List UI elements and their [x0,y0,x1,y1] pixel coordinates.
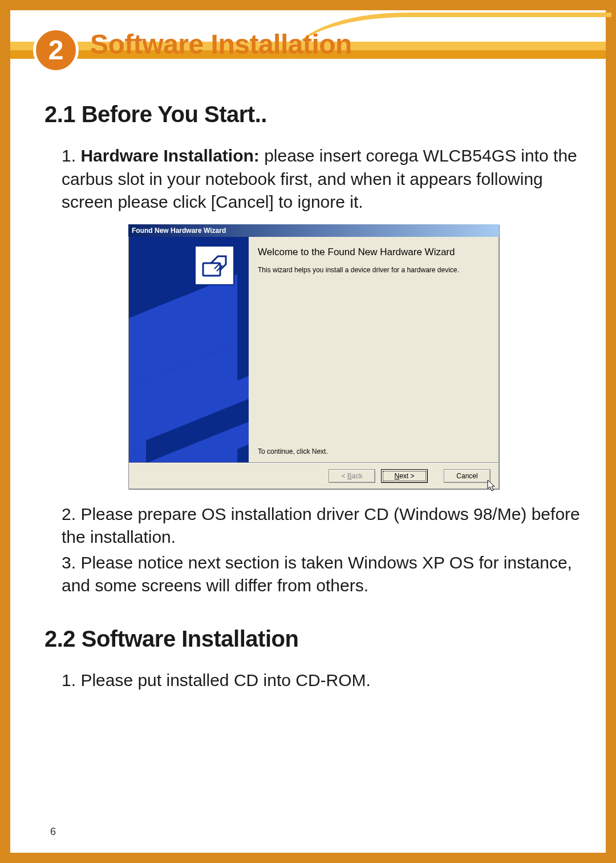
list-item: 1. Please put installed CD into CD-ROM. [62,669,583,692]
section-heading-2-1: 2.1 Before You Start.. [44,102,583,127]
hardware-icon [194,245,234,285]
chapter-title: Software Installation [90,29,352,60]
page-number: 6 [50,826,56,838]
cancel-button[interactable]: Cancel [444,469,491,483]
wizard-titlebar: Found New Hardware Wizard [128,224,499,237]
wizard-continue-text: To continue, click Next. [258,447,328,455]
next-button[interactable]: Next > [381,469,428,483]
wizard-screenshot: Found New Hardware Wizard Welcome to the… [128,224,499,489]
chapter-header: 2 Software Installation [10,10,606,79]
wizard-heading: Welcome to the Found New Hardware Wizard [258,246,487,258]
list-item: 2. Please prepare OS installation driver… [62,503,583,549]
wizard-sidebar-graphic [129,237,249,462]
list-item: 3. Please notice next section is taken W… [62,551,583,598]
wizard-body-text: This wizard helps you install a device d… [258,266,487,275]
list-item: 1. Hardware Installation: please insert … [62,144,583,214]
cursor-icon [487,479,497,492]
chapter-number-badge: 2 [33,27,79,73]
back-button[interactable]: < Back [329,469,375,483]
chapter-number: 2 [48,37,64,64]
section-heading-2-2: 2.2 Software Installation [44,626,583,652]
